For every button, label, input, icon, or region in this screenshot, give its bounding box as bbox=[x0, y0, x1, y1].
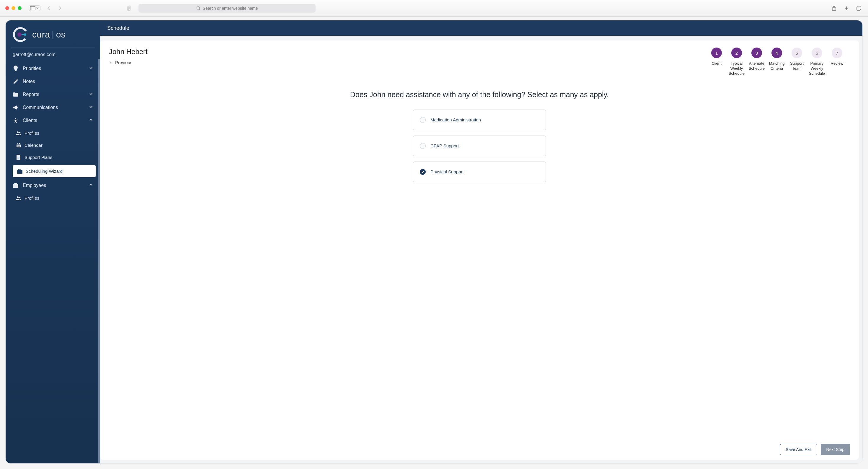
forward-button[interactable] bbox=[56, 4, 63, 12]
option-label: CPAP Support bbox=[430, 143, 459, 148]
minimize-window-button[interactable] bbox=[11, 6, 16, 10]
option-medication-administration[interactable]: Medication Administration bbox=[413, 110, 546, 130]
card-header: John Hebert ← Previous 1 Client 2 Typica… bbox=[109, 48, 850, 76]
step-number: 5 bbox=[792, 48, 802, 58]
step-7[interactable]: 7 Review bbox=[827, 48, 847, 76]
svg-point-2 bbox=[197, 6, 199, 9]
checkbox bbox=[420, 143, 426, 149]
step-3[interactable]: 3 Alternate Schedule bbox=[747, 48, 767, 76]
content-card: John Hebert ← Previous 1 Client 2 Typica… bbox=[100, 40, 859, 460]
sidebar-subitem-label: Profiles bbox=[25, 130, 39, 136]
step-1[interactable]: 1 Client bbox=[707, 48, 726, 76]
svg-rect-17 bbox=[17, 144, 21, 145]
svg-rect-23 bbox=[18, 158, 19, 159]
sidebar-item-clients[interactable]: Clients bbox=[6, 114, 100, 127]
sidebar-subitem-label: Profiles bbox=[25, 196, 39, 201]
svg-point-13 bbox=[15, 118, 16, 119]
sidebar-item-priorities[interactable]: Priorities bbox=[6, 62, 100, 75]
calendar-icon: 31 bbox=[16, 142, 22, 148]
logo: cura|os bbox=[6, 20, 100, 47]
sidebar-subitem-profiles[interactable]: Profiles bbox=[6, 127, 100, 139]
checkbox bbox=[420, 169, 426, 175]
logo-mark-icon bbox=[13, 27, 28, 42]
step-number: 3 bbox=[751, 48, 762, 58]
step-label: Client bbox=[712, 61, 721, 66]
new-tab-button[interactable] bbox=[843, 4, 850, 12]
previous-label: Previous bbox=[115, 60, 132, 65]
sidebar-item-label: Clients bbox=[23, 118, 37, 123]
chevron-down-icon bbox=[89, 105, 93, 110]
browser-chrome: Search or enter website name bbox=[0, 0, 868, 17]
sidebar-subitem-support-plans[interactable]: Support Plans bbox=[6, 151, 100, 163]
sidebar-item-reports[interactable]: Reports bbox=[6, 88, 100, 101]
sidebar-divider bbox=[11, 48, 95, 48]
chevron-up-icon bbox=[89, 183, 93, 188]
step-number: 1 bbox=[711, 48, 722, 58]
topbar: Schedule bbox=[100, 20, 862, 36]
step-label: Matching Criteria bbox=[767, 61, 787, 71]
sidebar-item-employees[interactable]: Employees bbox=[6, 179, 100, 192]
logo-text: cura|os bbox=[32, 30, 66, 39]
people-icon bbox=[16, 130, 22, 136]
step-6[interactable]: 6 Primary Weekly Schedule bbox=[807, 48, 827, 76]
back-button[interactable] bbox=[45, 4, 53, 12]
svg-text:31: 31 bbox=[18, 145, 20, 147]
url-bar[interactable]: Search or enter website name bbox=[138, 4, 316, 13]
option-physical-support[interactable]: Physical Support bbox=[413, 162, 546, 182]
previous-link[interactable]: ← Previous bbox=[109, 60, 132, 65]
next-step-button[interactable]: Next Step bbox=[821, 444, 850, 455]
sidebar-item-label: Communications bbox=[23, 105, 58, 110]
tabs-button[interactable] bbox=[855, 4, 863, 12]
maximize-window-button[interactable] bbox=[18, 6, 22, 10]
step-5[interactable]: 5 Support Team bbox=[787, 48, 807, 76]
svg-rect-25 bbox=[19, 169, 21, 170]
megaphone-icon bbox=[13, 105, 19, 111]
sidebar-subitem-employee-profiles[interactable]: Profiles bbox=[6, 192, 100, 204]
step-2[interactable]: 2 Typical Weekly Schedule bbox=[726, 48, 747, 76]
step-number: 6 bbox=[812, 48, 822, 58]
sidebar-icon bbox=[30, 6, 35, 10]
window-controls bbox=[5, 6, 22, 10]
lightbulb-icon bbox=[13, 65, 19, 71]
svg-rect-27 bbox=[14, 183, 17, 184]
page-title: Schedule bbox=[107, 25, 129, 31]
svg-point-14 bbox=[17, 131, 19, 133]
sidebar-toggle-group[interactable] bbox=[29, 5, 40, 11]
option-cpap-support[interactable]: CPAP Support bbox=[413, 136, 546, 156]
app-shell: cura|os garrett@curaos.com Priorities No… bbox=[5, 20, 863, 464]
search-icon bbox=[196, 6, 200, 10]
svg-rect-0 bbox=[30, 6, 35, 10]
svg-point-12 bbox=[24, 33, 26, 36]
sidebar-subitem-scheduling-wizard[interactable]: Scheduling Wizard bbox=[13, 165, 96, 177]
question-text: Does John need assistance with any of th… bbox=[109, 90, 850, 99]
sidebar-subitem-label: Calendar bbox=[25, 143, 42, 148]
svg-rect-8 bbox=[857, 7, 860, 10]
nav-arrows bbox=[45, 4, 63, 12]
close-window-button[interactable] bbox=[5, 6, 9, 10]
sidebar-subitem-label: Support Plans bbox=[25, 155, 52, 160]
briefcase-icon bbox=[17, 168, 23, 174]
sidebar: cura|os garrett@curaos.com Priorities No… bbox=[6, 20, 100, 463]
sidebar-subitem-calendar[interactable]: 31 Calendar bbox=[6, 139, 100, 151]
svg-rect-21 bbox=[18, 157, 20, 157]
svg-point-29 bbox=[19, 197, 21, 198]
save-and-exit-button[interactable]: Save And Exit bbox=[780, 444, 817, 455]
sidebar-item-notes[interactable]: Notes bbox=[6, 75, 100, 88]
svg-line-3 bbox=[199, 9, 200, 10]
chevron-up-icon bbox=[89, 118, 93, 123]
client-block: John Hebert ← Previous bbox=[109, 48, 168, 65]
sidebar-item-communications[interactable]: Communications bbox=[6, 101, 100, 114]
evernote-icon bbox=[125, 5, 132, 11]
share-button[interactable] bbox=[830, 4, 838, 12]
arrow-left-icon: ← bbox=[109, 60, 113, 65]
svg-rect-19 bbox=[19, 143, 20, 144]
footer-actions: Save And Exit Next Step bbox=[109, 438, 850, 455]
people-icon bbox=[16, 195, 22, 201]
sidebar-item-label: Priorities bbox=[23, 66, 41, 71]
sidebar-item-label: Reports bbox=[23, 92, 39, 97]
step-label: Alternate Schedule bbox=[747, 61, 767, 71]
sidebar-item-label: Employees bbox=[23, 183, 46, 188]
document-icon bbox=[16, 154, 22, 160]
step-4[interactable]: 4 Matching Criteria bbox=[767, 48, 787, 76]
checkbox bbox=[420, 117, 426, 123]
